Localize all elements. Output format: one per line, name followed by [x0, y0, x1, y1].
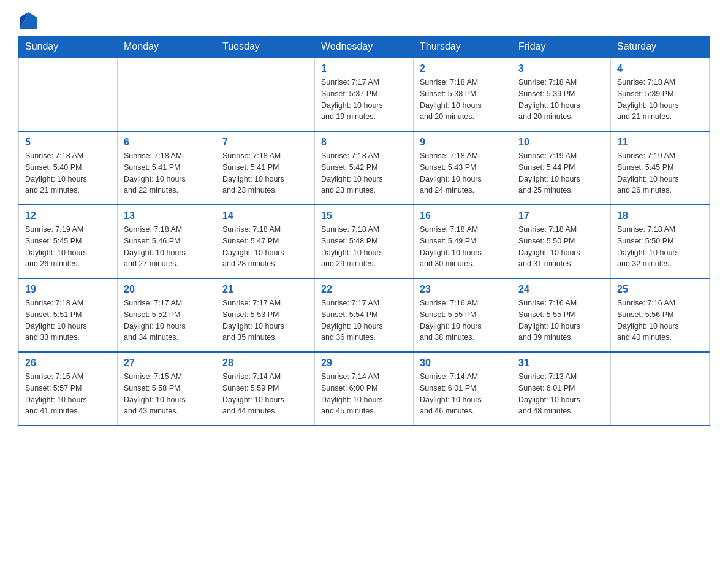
day-number: 10: [518, 137, 604, 148]
day-info: Sunrise: 7:18 AM Sunset: 5:41 PM Dayligh…: [124, 150, 210, 196]
calendar-header-friday: Friday: [512, 36, 611, 58]
calendar-day-22: 22Sunrise: 7:17 AM Sunset: 5:54 PM Dayli…: [315, 278, 414, 352]
calendar-day-12: 12Sunrise: 7:19 AM Sunset: 5:45 PM Dayli…: [19, 205, 118, 278]
day-info: Sunrise: 7:18 AM Sunset: 5:42 PM Dayligh…: [321, 150, 407, 196]
calendar-day-17: 17Sunrise: 7:18 AM Sunset: 5:50 PM Dayli…: [512, 205, 611, 278]
day-number: 8: [321, 137, 407, 148]
day-info: Sunrise: 7:14 AM Sunset: 6:00 PM Dayligh…: [321, 371, 407, 417]
day-info: Sunrise: 7:17 AM Sunset: 5:54 PM Dayligh…: [321, 297, 407, 343]
day-number: 27: [124, 358, 210, 369]
calendar-day-21: 21Sunrise: 7:17 AM Sunset: 5:53 PM Dayli…: [216, 278, 315, 352]
day-info: Sunrise: 7:18 AM Sunset: 5:41 PM Dayligh…: [222, 150, 308, 196]
day-info: Sunrise: 7:14 AM Sunset: 6:01 PM Dayligh…: [420, 371, 506, 417]
calendar-day-29: 29Sunrise: 7:14 AM Sunset: 6:00 PM Dayli…: [315, 352, 414, 426]
calendar-day-31: 31Sunrise: 7:13 AM Sunset: 6:01 PM Dayli…: [512, 352, 611, 426]
day-info: Sunrise: 7:18 AM Sunset: 5:39 PM Dayligh…: [617, 77, 703, 123]
calendar-week-row: 5Sunrise: 7:18 AM Sunset: 5:40 PM Daylig…: [19, 131, 710, 205]
day-info: Sunrise: 7:17 AM Sunset: 5:52 PM Dayligh…: [124, 297, 210, 343]
day-info: Sunrise: 7:18 AM Sunset: 5:47 PM Dayligh…: [222, 224, 308, 270]
calendar-day-30: 30Sunrise: 7:14 AM Sunset: 6:01 PM Dayli…: [414, 352, 512, 426]
calendar-day-20: 20Sunrise: 7:17 AM Sunset: 5:52 PM Dayli…: [118, 278, 216, 352]
day-number: 20: [124, 284, 210, 295]
calendar-day-19: 19Sunrise: 7:18 AM Sunset: 5:51 PM Dayli…: [19, 278, 118, 352]
calendar-day-4: 4Sunrise: 7:18 AM Sunset: 5:39 PM Daylig…: [611, 58, 710, 131]
day-number: 15: [321, 210, 407, 221]
day-number: 29: [321, 358, 407, 369]
day-info: Sunrise: 7:16 AM Sunset: 5:55 PM Dayligh…: [420, 297, 506, 343]
day-number: 6: [124, 137, 210, 148]
calendar-day-16: 16Sunrise: 7:18 AM Sunset: 5:49 PM Dayli…: [414, 205, 512, 278]
logo-icon: [20, 12, 37, 29]
day-info: Sunrise: 7:18 AM Sunset: 5:46 PM Dayligh…: [124, 224, 210, 270]
calendar-week-row: 1Sunrise: 7:17 AM Sunset: 5:37 PM Daylig…: [19, 58, 710, 131]
calendar-day-1: 1Sunrise: 7:17 AM Sunset: 5:37 PM Daylig…: [315, 58, 414, 131]
calendar-day-7: 7Sunrise: 7:18 AM Sunset: 5:41 PM Daylig…: [216, 131, 315, 205]
day-number: 12: [25, 210, 111, 221]
day-number: 16: [420, 210, 506, 221]
calendar-week-row: 12Sunrise: 7:19 AM Sunset: 5:45 PM Dayli…: [19, 205, 710, 278]
calendar-table: SundayMondayTuesdayWednesdayThursdayFrid…: [18, 36, 710, 426]
day-number: 2: [420, 63, 506, 74]
day-number: 5: [25, 137, 111, 148]
calendar-day-27: 27Sunrise: 7:15 AM Sunset: 5:58 PM Dayli…: [118, 352, 216, 426]
page-header: [18, 12, 710, 29]
day-number: 22: [321, 284, 407, 295]
day-info: Sunrise: 7:18 AM Sunset: 5:43 PM Dayligh…: [420, 150, 506, 196]
day-info: Sunrise: 7:19 AM Sunset: 5:45 PM Dayligh…: [617, 150, 703, 196]
day-info: Sunrise: 7:19 AM Sunset: 5:44 PM Dayligh…: [518, 150, 604, 196]
day-info: Sunrise: 7:18 AM Sunset: 5:48 PM Dayligh…: [321, 224, 407, 270]
calendar-week-row: 19Sunrise: 7:18 AM Sunset: 5:51 PM Dayli…: [19, 278, 710, 352]
day-info: Sunrise: 7:18 AM Sunset: 5:38 PM Dayligh…: [420, 77, 506, 123]
day-number: 26: [25, 358, 111, 369]
day-number: 14: [222, 210, 308, 221]
calendar-day-10: 10Sunrise: 7:19 AM Sunset: 5:44 PM Dayli…: [512, 131, 611, 205]
day-info: Sunrise: 7:15 AM Sunset: 5:57 PM Dayligh…: [25, 371, 111, 417]
calendar-header-sunday: Sunday: [19, 36, 118, 58]
day-info: Sunrise: 7:19 AM Sunset: 5:45 PM Dayligh…: [25, 224, 111, 270]
day-info: Sunrise: 7:15 AM Sunset: 5:58 PM Dayligh…: [124, 371, 210, 417]
calendar-day-26: 26Sunrise: 7:15 AM Sunset: 5:57 PM Dayli…: [19, 352, 118, 426]
calendar-day-15: 15Sunrise: 7:18 AM Sunset: 5:48 PM Dayli…: [315, 205, 414, 278]
day-number: 3: [518, 63, 604, 74]
day-info: Sunrise: 7:16 AM Sunset: 5:56 PM Dayligh…: [617, 297, 703, 343]
calendar-header-row: SundayMondayTuesdayWednesdayThursdayFrid…: [19, 36, 710, 58]
calendar-header-thursday: Thursday: [414, 36, 512, 58]
calendar-day-8: 8Sunrise: 7:18 AM Sunset: 5:42 PM Daylig…: [315, 131, 414, 205]
calendar-day-25: 25Sunrise: 7:16 AM Sunset: 5:56 PM Dayli…: [611, 278, 710, 352]
day-info: Sunrise: 7:14 AM Sunset: 5:59 PM Dayligh…: [222, 371, 308, 417]
day-number: 19: [25, 284, 111, 295]
calendar-day-2: 2Sunrise: 7:18 AM Sunset: 5:38 PM Daylig…: [414, 58, 512, 131]
calendar-header-tuesday: Tuesday: [216, 36, 315, 58]
calendar-day-13: 13Sunrise: 7:18 AM Sunset: 5:46 PM Dayli…: [118, 205, 216, 278]
calendar-header-monday: Monday: [118, 36, 216, 58]
day-number: 25: [617, 284, 703, 295]
day-number: 1: [321, 63, 407, 74]
day-info: Sunrise: 7:18 AM Sunset: 5:49 PM Dayligh…: [420, 224, 506, 270]
calendar-day-5: 5Sunrise: 7:18 AM Sunset: 5:40 PM Daylig…: [19, 131, 118, 205]
calendar-day-23: 23Sunrise: 7:16 AM Sunset: 5:55 PM Dayli…: [414, 278, 512, 352]
day-info: Sunrise: 7:18 AM Sunset: 5:50 PM Dayligh…: [518, 224, 604, 270]
day-number: 30: [420, 358, 506, 369]
day-info: Sunrise: 7:18 AM Sunset: 5:51 PM Dayligh…: [25, 297, 111, 343]
day-number: 4: [617, 63, 703, 74]
calendar-empty-cell: [216, 58, 315, 131]
calendar-day-6: 6Sunrise: 7:18 AM Sunset: 5:41 PM Daylig…: [118, 131, 216, 205]
day-info: Sunrise: 7:17 AM Sunset: 5:53 PM Dayligh…: [222, 297, 308, 343]
day-number: 13: [124, 210, 210, 221]
day-number: 23: [420, 284, 506, 295]
day-number: 17: [518, 210, 604, 221]
day-number: 28: [222, 358, 308, 369]
calendar-day-28: 28Sunrise: 7:14 AM Sunset: 5:59 PM Dayli…: [216, 352, 315, 426]
calendar-empty-cell: [611, 352, 710, 426]
calendar-day-9: 9Sunrise: 7:18 AM Sunset: 5:43 PM Daylig…: [414, 131, 512, 205]
day-info: Sunrise: 7:16 AM Sunset: 5:55 PM Dayligh…: [518, 297, 604, 343]
calendar-day-14: 14Sunrise: 7:18 AM Sunset: 5:47 PM Dayli…: [216, 205, 315, 278]
day-info: Sunrise: 7:18 AM Sunset: 5:39 PM Dayligh…: [518, 77, 604, 123]
day-info: Sunrise: 7:17 AM Sunset: 5:37 PM Dayligh…: [321, 77, 407, 123]
day-number: 18: [617, 210, 703, 221]
calendar-empty-cell: [19, 58, 118, 131]
day-info: Sunrise: 7:13 AM Sunset: 6:01 PM Dayligh…: [518, 371, 604, 417]
day-number: 11: [617, 137, 703, 148]
day-info: Sunrise: 7:18 AM Sunset: 5:40 PM Dayligh…: [25, 150, 111, 196]
day-number: 31: [518, 358, 604, 369]
